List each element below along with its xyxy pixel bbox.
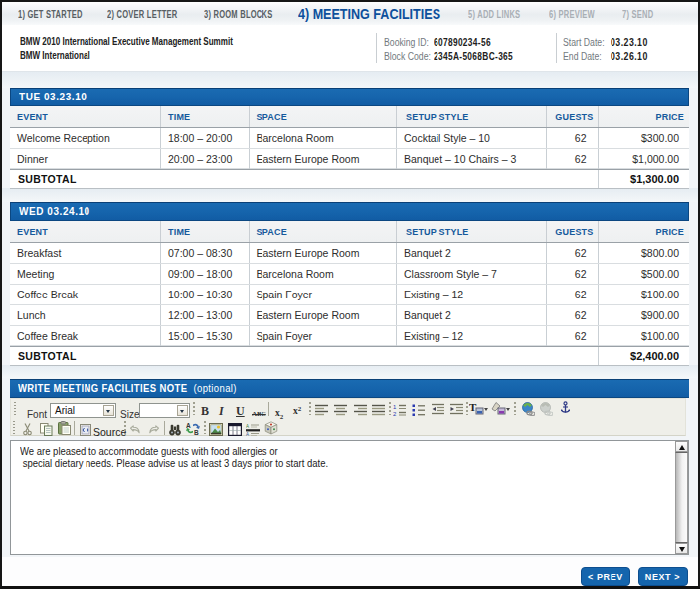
svg-text:A: A: [186, 422, 191, 429]
svg-text:A: A: [246, 424, 249, 429]
svg-text:B: B: [194, 429, 199, 435]
svg-text:1: 1: [393, 404, 397, 410]
svg-text:2: 2: [393, 411, 397, 416]
svg-text:A: A: [246, 432, 249, 437]
